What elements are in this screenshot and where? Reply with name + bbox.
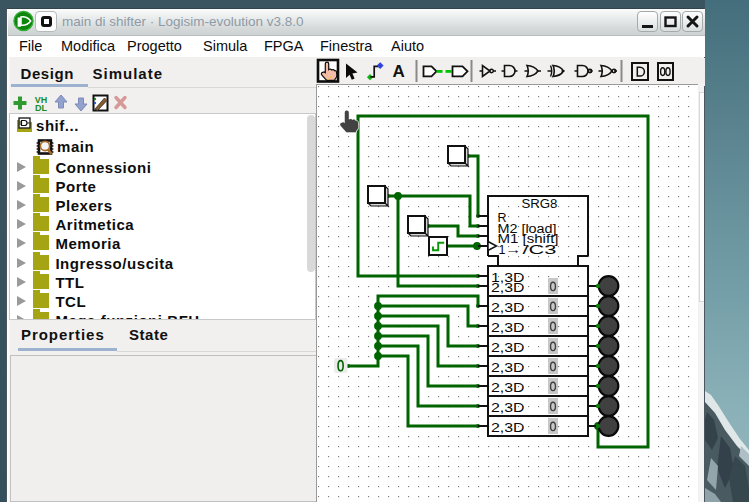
svg-text:/C3: /C3 <box>523 243 557 257</box>
svg-text:2,3D: 2,3D <box>491 341 525 355</box>
svg-text:SRG8: SRG8 <box>521 197 557 211</box>
svg-text:2,3D: 2,3D <box>491 301 525 315</box>
svg-text:2,3D: 2,3D <box>491 361 525 375</box>
svg-text:2,3D: 2,3D <box>491 281 525 295</box>
svg-text:2,3D: 2,3D <box>491 401 525 415</box>
svg-text:2,3D: 2,3D <box>491 381 525 395</box>
svg-text:DL: DL <box>35 103 47 113</box>
svg-text:→: → <box>505 243 522 257</box>
svg-text:2,3D: 2,3D <box>491 321 525 335</box>
svg-text:2,3D: 2,3D <box>491 421 525 435</box>
svg-text:A: A <box>393 62 405 81</box>
